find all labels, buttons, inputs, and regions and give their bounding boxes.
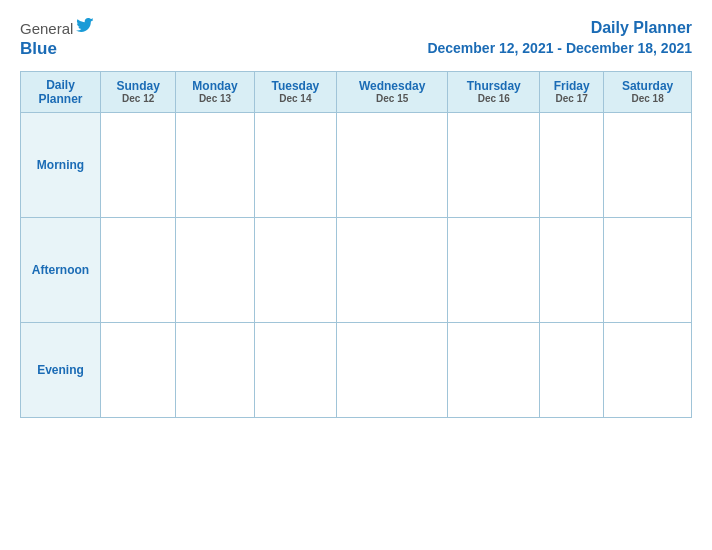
morning-thursday[interactable] <box>448 112 540 217</box>
evening-thursday[interactable] <box>448 322 540 417</box>
afternoon-tuesday[interactable] <box>254 217 336 322</box>
monday-name: Monday <box>178 79 251 93</box>
afternoon-label: Afternoon <box>21 217 101 322</box>
tuesday-name: Tuesday <box>257 79 334 93</box>
thursday-date: Dec 16 <box>450 93 537 104</box>
afternoon-wednesday[interactable] <box>336 217 447 322</box>
evening-tuesday[interactable] <box>254 322 336 417</box>
col-friday: Friday Dec 17 <box>540 71 604 112</box>
col-tuesday: Tuesday Dec 14 <box>254 71 336 112</box>
planner-title: Daily Planner <box>427 18 692 39</box>
evening-saturday[interactable] <box>604 322 692 417</box>
logo: General Blue <box>20 18 94 59</box>
morning-label: Morning <box>21 112 101 217</box>
morning-monday[interactable] <box>176 112 254 217</box>
afternoon-monday[interactable] <box>176 217 254 322</box>
morning-sunday[interactable] <box>101 112 176 217</box>
evening-label: Evening <box>21 322 101 417</box>
morning-friday[interactable] <box>540 112 604 217</box>
morning-tuesday[interactable] <box>254 112 336 217</box>
header-right: Daily Planner December 12, 2021 - Decemb… <box>427 18 692 57</box>
thursday-name: Thursday <box>450 79 537 93</box>
morning-row: Morning <box>21 112 692 217</box>
sunday-date: Dec 12 <box>103 93 173 104</box>
afternoon-row: Afternoon <box>21 217 692 322</box>
calendar-table: Daily Planner Sunday Dec 12 Monday Dec 1… <box>20 71 692 418</box>
logo-blue: Blue <box>20 40 57 59</box>
planner-col-label-day: Daily <box>23 78 98 92</box>
sunday-name: Sunday <box>103 79 173 93</box>
wednesday-name: Wednesday <box>339 79 445 93</box>
evening-sunday[interactable] <box>101 322 176 417</box>
evening-row: Evening <box>21 322 692 417</box>
evening-monday[interactable] <box>176 322 254 417</box>
planner-header-cell: Daily Planner <box>21 71 101 112</box>
col-thursday: Thursday Dec 16 <box>448 71 540 112</box>
wednesday-date: Dec 15 <box>339 93 445 104</box>
friday-date: Dec 17 <box>542 93 601 104</box>
morning-wednesday[interactable] <box>336 112 447 217</box>
evening-wednesday[interactable] <box>336 322 447 417</box>
page-header: General Blue Daily Planner December 12, … <box>20 18 692 59</box>
planner-col-label-planner: Planner <box>23 92 98 106</box>
tuesday-date: Dec 14 <box>257 93 334 104</box>
col-monday: Monday Dec 13 <box>176 71 254 112</box>
logo-bird-icon <box>76 18 94 40</box>
afternoon-saturday[interactable] <box>604 217 692 322</box>
afternoon-thursday[interactable] <box>448 217 540 322</box>
calendar-header-row: Daily Planner Sunday Dec 12 Monday Dec 1… <box>21 71 692 112</box>
saturday-date: Dec 18 <box>606 93 689 104</box>
logo-general: General <box>20 21 73 38</box>
monday-date: Dec 13 <box>178 93 251 104</box>
afternoon-friday[interactable] <box>540 217 604 322</box>
col-saturday: Saturday Dec 18 <box>604 71 692 112</box>
friday-name: Friday <box>542 79 601 93</box>
planner-date-range: December 12, 2021 - December 18, 2021 <box>427 39 692 57</box>
afternoon-sunday[interactable] <box>101 217 176 322</box>
morning-saturday[interactable] <box>604 112 692 217</box>
col-sunday: Sunday Dec 12 <box>101 71 176 112</box>
col-wednesday: Wednesday Dec 15 <box>336 71 447 112</box>
saturday-name: Saturday <box>606 79 689 93</box>
evening-friday[interactable] <box>540 322 604 417</box>
